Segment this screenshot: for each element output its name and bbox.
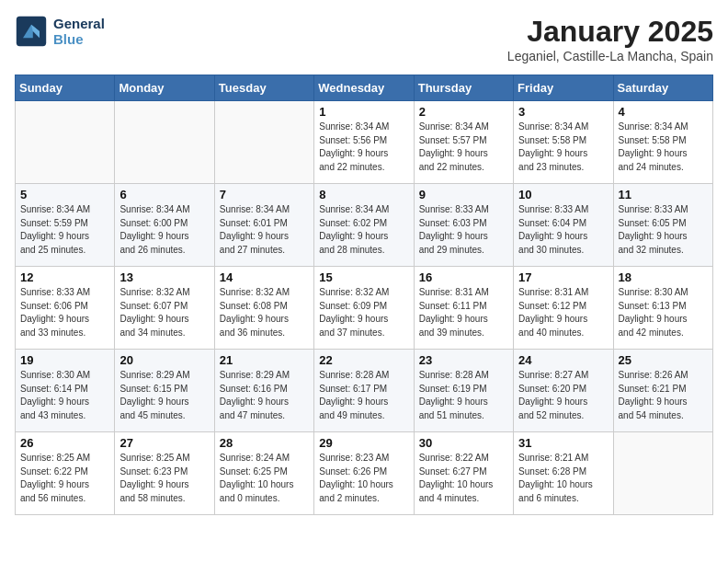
week-row-4: 19Sunrise: 8:30 AM Sunset: 6:14 PM Dayli… xyxy=(16,350,713,432)
logo-icon xyxy=(15,15,48,48)
calendar-cell: 7Sunrise: 8:34 AM Sunset: 6:01 PM Daylig… xyxy=(214,184,313,267)
calendar-cell: 26Sunrise: 8:25 AM Sunset: 6:22 PM Dayli… xyxy=(16,432,115,515)
calendar-cell xyxy=(214,101,313,184)
day-info: Sunrise: 8:24 AM Sunset: 6:25 PM Dayligh… xyxy=(220,452,309,505)
day-number: 20 xyxy=(119,353,209,367)
calendar-cell: 1Sunrise: 8:34 AM Sunset: 5:56 PM Daylig… xyxy=(314,101,414,184)
day-number: 23 xyxy=(419,353,508,367)
day-info: Sunrise: 8:34 AM Sunset: 5:58 PM Dayligh… xyxy=(518,121,608,174)
day-info: Sunrise: 8:34 AM Sunset: 5:56 PM Dayligh… xyxy=(319,121,408,174)
calendar-cell: 9Sunrise: 8:33 AM Sunset: 6:03 PM Daylig… xyxy=(414,184,513,267)
calendar-cell: 16Sunrise: 8:31 AM Sunset: 6:11 PM Dayli… xyxy=(414,267,513,350)
day-info: Sunrise: 8:26 AM Sunset: 6:21 PM Dayligh… xyxy=(619,369,708,422)
week-row-5: 26Sunrise: 8:25 AM Sunset: 6:22 PM Dayli… xyxy=(16,432,713,515)
calendar-cell: 11Sunrise: 8:33 AM Sunset: 6:05 PM Dayli… xyxy=(613,184,712,267)
day-number: 5 xyxy=(20,188,109,201)
calendar-cell xyxy=(115,101,214,184)
day-info: Sunrise: 8:25 AM Sunset: 6:23 PM Dayligh… xyxy=(119,452,209,505)
calendar-cell: 22Sunrise: 8:28 AM Sunset: 6:17 PM Dayli… xyxy=(314,350,414,432)
day-info: Sunrise: 8:31 AM Sunset: 6:12 PM Dayligh… xyxy=(518,286,608,339)
header-sunday: Sunday xyxy=(16,75,115,101)
day-number: 1 xyxy=(319,105,408,119)
calendar-cell: 4Sunrise: 8:34 AM Sunset: 5:58 PM Daylig… xyxy=(613,101,712,184)
day-number: 21 xyxy=(220,353,309,367)
day-info: Sunrise: 8:33 AM Sunset: 6:05 PM Dayligh… xyxy=(619,203,708,257)
day-number: 14 xyxy=(220,270,309,284)
day-number: 18 xyxy=(619,270,708,284)
header-tuesday: Tuesday xyxy=(214,75,313,101)
calendar-cell: 10Sunrise: 8:33 AM Sunset: 6:04 PM Dayli… xyxy=(514,184,613,267)
day-number: 15 xyxy=(319,270,408,284)
calendar-cell: 12Sunrise: 8:33 AM Sunset: 6:06 PM Dayli… xyxy=(16,267,115,350)
calendar-cell: 20Sunrise: 8:29 AM Sunset: 6:15 PM Dayli… xyxy=(115,350,214,432)
day-info: Sunrise: 8:33 AM Sunset: 6:04 PM Dayligh… xyxy=(518,203,608,257)
day-number: 30 xyxy=(419,436,508,450)
day-number: 10 xyxy=(518,188,608,201)
day-number: 3 xyxy=(518,105,608,119)
day-info: Sunrise: 8:31 AM Sunset: 6:11 PM Dayligh… xyxy=(419,286,508,339)
day-info: Sunrise: 8:33 AM Sunset: 6:03 PM Dayligh… xyxy=(419,203,508,257)
title-block: January 2025 Leganiel, Castille-La Manch… xyxy=(507,15,713,63)
day-info: Sunrise: 8:30 AM Sunset: 6:13 PM Dayligh… xyxy=(619,286,708,339)
calendar-cell: 5Sunrise: 8:34 AM Sunset: 5:59 PM Daylig… xyxy=(16,184,115,267)
calendar-cell: 13Sunrise: 8:32 AM Sunset: 6:07 PM Dayli… xyxy=(115,267,214,350)
logo-text: General Blue xyxy=(53,16,105,47)
day-info: Sunrise: 8:21 AM Sunset: 6:28 PM Dayligh… xyxy=(518,452,608,505)
day-number: 24 xyxy=(518,353,608,367)
day-number: 12 xyxy=(20,270,109,284)
week-row-2: 5Sunrise: 8:34 AM Sunset: 5:59 PM Daylig… xyxy=(16,184,713,267)
day-number: 27 xyxy=(119,436,209,450)
calendar-cell: 6Sunrise: 8:34 AM Sunset: 6:00 PM Daylig… xyxy=(115,184,214,267)
day-info: Sunrise: 8:34 AM Sunset: 5:57 PM Dayligh… xyxy=(419,121,508,174)
calendar-cell: 30Sunrise: 8:22 AM Sunset: 6:27 PM Dayli… xyxy=(414,432,513,515)
logo: General Blue xyxy=(15,15,105,48)
calendar-cell xyxy=(16,101,115,184)
header-wednesday: Wednesday xyxy=(314,75,414,101)
page-header: General Blue January 2025 Leganiel, Cast… xyxy=(15,15,713,63)
header-friday: Friday xyxy=(514,75,613,101)
day-info: Sunrise: 8:32 AM Sunset: 6:08 PM Dayligh… xyxy=(220,286,309,339)
calendar-header-row: SundayMondayTuesdayWednesdayThursdayFrid… xyxy=(16,75,713,101)
day-number: 11 xyxy=(619,188,708,201)
header-saturday: Saturday xyxy=(613,75,712,101)
day-info: Sunrise: 8:28 AM Sunset: 6:17 PM Dayligh… xyxy=(319,369,408,422)
calendar-cell: 3Sunrise: 8:34 AM Sunset: 5:58 PM Daylig… xyxy=(514,101,613,184)
day-info: Sunrise: 8:34 AM Sunset: 6:01 PM Dayligh… xyxy=(220,203,309,257)
day-number: 7 xyxy=(220,188,309,201)
day-info: Sunrise: 8:22 AM Sunset: 6:27 PM Dayligh… xyxy=(419,452,508,505)
day-info: Sunrise: 8:32 AM Sunset: 6:07 PM Dayligh… xyxy=(119,286,209,339)
day-info: Sunrise: 8:34 AM Sunset: 6:02 PM Dayligh… xyxy=(319,203,408,257)
day-number: 29 xyxy=(319,436,408,450)
day-info: Sunrise: 8:34 AM Sunset: 5:59 PM Dayligh… xyxy=(20,203,109,257)
day-number: 26 xyxy=(20,436,109,450)
day-number: 17 xyxy=(518,270,608,284)
calendar-cell xyxy=(613,432,712,515)
calendar-cell: 24Sunrise: 8:27 AM Sunset: 6:20 PM Dayli… xyxy=(514,350,613,432)
calendar-cell: 23Sunrise: 8:28 AM Sunset: 6:19 PM Dayli… xyxy=(414,350,513,432)
calendar-cell: 31Sunrise: 8:21 AM Sunset: 6:28 PM Dayli… xyxy=(514,432,613,515)
calendar-cell: 14Sunrise: 8:32 AM Sunset: 6:08 PM Dayli… xyxy=(214,267,313,350)
header-monday: Monday xyxy=(115,75,214,101)
calendar-cell: 19Sunrise: 8:30 AM Sunset: 6:14 PM Dayli… xyxy=(16,350,115,432)
calendar-cell: 28Sunrise: 8:24 AM Sunset: 6:25 PM Dayli… xyxy=(214,432,313,515)
day-number: 9 xyxy=(419,188,508,201)
day-info: Sunrise: 8:23 AM Sunset: 6:26 PM Dayligh… xyxy=(319,452,408,505)
day-info: Sunrise: 8:34 AM Sunset: 6:00 PM Dayligh… xyxy=(119,203,209,257)
day-info: Sunrise: 8:28 AM Sunset: 6:19 PM Dayligh… xyxy=(419,369,508,422)
day-info: Sunrise: 8:27 AM Sunset: 6:20 PM Dayligh… xyxy=(518,369,608,422)
calendar-cell: 21Sunrise: 8:29 AM Sunset: 6:16 PM Dayli… xyxy=(214,350,313,432)
calendar-cell: 29Sunrise: 8:23 AM Sunset: 6:26 PM Dayli… xyxy=(314,432,414,515)
day-number: 22 xyxy=(319,353,408,367)
calendar-cell: 2Sunrise: 8:34 AM Sunset: 5:57 PM Daylig… xyxy=(414,101,513,184)
calendar-subtitle: Leganiel, Castille-La Mancha, Spain xyxy=(507,49,713,63)
calendar-title: January 2025 xyxy=(507,15,713,49)
day-info: Sunrise: 8:29 AM Sunset: 6:15 PM Dayligh… xyxy=(119,369,209,422)
calendar-cell: 25Sunrise: 8:26 AM Sunset: 6:21 PM Dayli… xyxy=(613,350,712,432)
day-info: Sunrise: 8:33 AM Sunset: 6:06 PM Dayligh… xyxy=(20,286,109,339)
calendar-cell: 17Sunrise: 8:31 AM Sunset: 6:12 PM Dayli… xyxy=(514,267,613,350)
day-number: 28 xyxy=(220,436,309,450)
calendar-table: SundayMondayTuesdayWednesdayThursdayFrid… xyxy=(15,75,713,515)
calendar-cell: 18Sunrise: 8:30 AM Sunset: 6:13 PM Dayli… xyxy=(613,267,712,350)
day-info: Sunrise: 8:29 AM Sunset: 6:16 PM Dayligh… xyxy=(220,369,309,422)
week-row-3: 12Sunrise: 8:33 AM Sunset: 6:06 PM Dayli… xyxy=(16,267,713,350)
